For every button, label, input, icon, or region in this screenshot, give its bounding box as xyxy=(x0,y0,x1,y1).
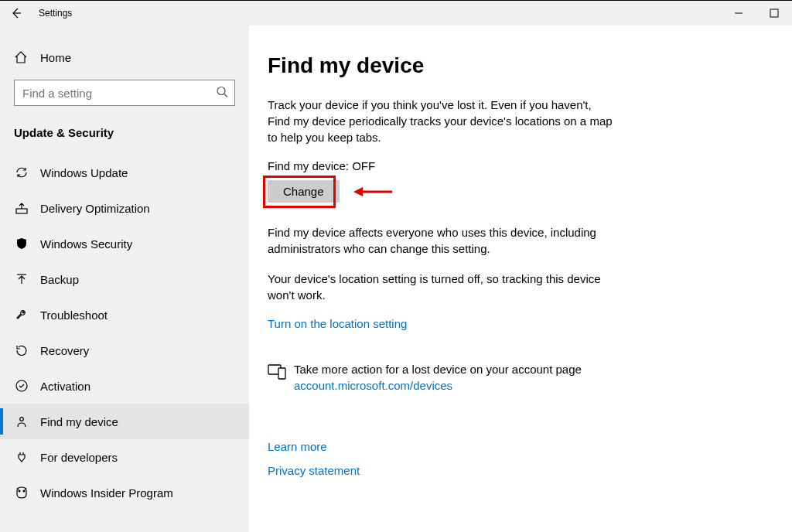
svg-point-7 xyxy=(16,380,27,391)
check-circle-icon xyxy=(14,379,29,393)
affects-text: Find my device affects everyone who uses… xyxy=(268,224,616,257)
nav-label: Windows Update xyxy=(40,166,128,179)
sidebar-item-activation[interactable]: Activation xyxy=(0,368,249,404)
insider-icon xyxy=(14,486,29,500)
recovery-icon xyxy=(14,343,29,357)
nav-label: Windows Insider Program xyxy=(40,486,173,500)
account-devices-link[interactable]: account.microsoft.com/devices xyxy=(294,377,452,394)
privacy-statement-link[interactable]: Privacy statement xyxy=(268,464,773,477)
home-label: Home xyxy=(40,51,71,64)
search-box[interactable] xyxy=(14,80,235,106)
window-title: Settings xyxy=(32,8,72,19)
svg-line-4 xyxy=(224,94,227,97)
nav-label: Find my device xyxy=(40,415,118,428)
nav-label: Backup xyxy=(40,273,79,286)
titlebar: Settings xyxy=(0,1,792,26)
svg-rect-2 xyxy=(770,9,778,17)
nav-label: For developers xyxy=(40,451,118,464)
sidebar-item-windows-security[interactable]: Windows Security xyxy=(0,226,249,261)
sidebar: Home Update & Security Windows Update De… xyxy=(0,26,249,532)
svg-point-9 xyxy=(19,490,21,493)
annotation-arrow-icon xyxy=(353,185,392,199)
maximize-button[interactable] xyxy=(756,1,792,26)
nav-label: Activation xyxy=(40,380,90,393)
sidebar-item-windows-update[interactable]: Windows Update xyxy=(0,155,249,190)
home-icon xyxy=(14,50,29,64)
sidebar-item-for-developers[interactable]: For developers xyxy=(0,439,249,475)
sidebar-item-troubleshoot[interactable]: Troubleshoot xyxy=(0,297,249,332)
main-content: Find my device Track your device if you … xyxy=(249,26,792,532)
back-button[interactable] xyxy=(0,1,32,26)
nav-label: Delivery Optimization xyxy=(40,202,150,215)
sidebar-item-find-my-device[interactable]: Find my device xyxy=(0,404,249,439)
turn-on-location-link[interactable]: Turn on the location setting xyxy=(268,317,407,330)
wrench-icon xyxy=(14,308,29,322)
more-action-text: Take more action for a lost device on yo… xyxy=(294,363,582,376)
svg-point-3 xyxy=(217,87,225,95)
svg-point-10 xyxy=(23,490,26,493)
home-nav[interactable]: Home xyxy=(0,44,249,70)
svg-rect-5 xyxy=(16,209,27,213)
sidebar-item-insider-program[interactable]: Windows Insider Program xyxy=(0,475,249,510)
sidebar-item-recovery[interactable]: Recovery xyxy=(0,332,249,368)
devices-icon xyxy=(268,363,286,382)
search-icon xyxy=(216,86,228,101)
minimize-button[interactable] xyxy=(721,1,756,26)
developers-icon xyxy=(14,450,29,464)
find-my-device-status: Find my device: OFF xyxy=(268,159,773,172)
description-text: Track your device if you think you've lo… xyxy=(268,97,616,145)
sidebar-item-backup[interactable]: Backup xyxy=(0,261,249,297)
delivery-icon xyxy=(14,201,29,215)
change-button[interactable]: Change xyxy=(268,180,340,203)
refresh-icon xyxy=(14,165,29,179)
svg-point-8 xyxy=(20,418,24,421)
backup-icon xyxy=(14,272,29,286)
nav-label: Recovery xyxy=(40,344,89,357)
location-off-text: Your device's location setting is turned… xyxy=(268,271,616,303)
svg-rect-13 xyxy=(278,368,285,379)
sidebar-item-delivery-optimization[interactable]: Delivery Optimization xyxy=(0,190,249,226)
nav-label: Windows Security xyxy=(40,237,132,251)
section-header: Update & Security xyxy=(0,120,249,155)
shield-icon xyxy=(14,237,29,251)
learn-more-link[interactable]: Learn more xyxy=(268,440,773,453)
location-person-icon xyxy=(14,414,29,428)
nav-label: Troubleshoot xyxy=(40,309,108,322)
search-input[interactable] xyxy=(15,80,234,105)
page-title: Find my device xyxy=(268,53,773,78)
